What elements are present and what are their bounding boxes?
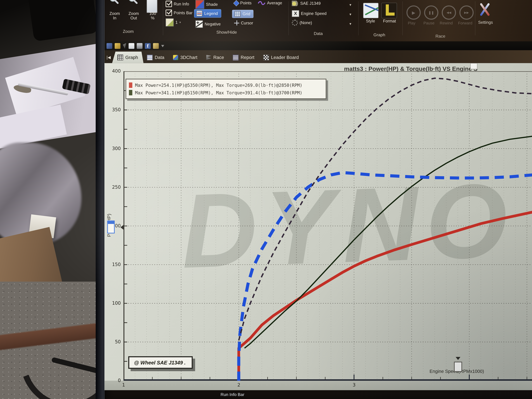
shade-label: Shade: [206, 2, 218, 7]
settings-button[interactable]: [478, 1, 491, 17]
pause-icon: ❚❚: [428, 11, 434, 14]
settings-label: Settings: [474, 20, 497, 25]
chevron-down-icon[interactable]: ▾: [349, 3, 351, 7]
style-button[interactable]: [363, 3, 379, 18]
run-info-checkbox[interactable]: Run Info: [166, 1, 189, 7]
legend-label: Legend: [204, 11, 218, 16]
legend-row-run1: Max Power=254.1(HP)@5350(RPM), Max Torqu…: [129, 81, 323, 89]
zoom-100-icon: [147, 0, 157, 13]
chart-icon[interactable]: [107, 43, 112, 49]
dyno-software-window: Zoom In Zoom Out 100 % Zoom Run Info Poi…: [105, 0, 532, 399]
tab-label: Graph: [125, 55, 138, 60]
format-icon: [382, 3, 397, 18]
tab-race[interactable]: Race: [201, 52, 229, 63]
shade-icon: [195, 0, 204, 9]
ribbon-separator: [475, 1, 475, 35]
new-document-icon[interactable]: [129, 43, 134, 49]
y-tick-label: 50: [105, 339, 121, 344]
play-label: Play: [408, 21, 416, 25]
forward-button[interactable]: ▶▶: [459, 5, 474, 20]
tab-data[interactable]: Data: [141, 52, 170, 63]
style-icon: [363, 3, 378, 18]
zoom-out-icon: [128, 0, 138, 5]
y-tick-label: 350: [105, 107, 121, 112]
negative-button[interactable]: Negative: [195, 20, 221, 28]
graph-tab-icon: [118, 55, 123, 60]
pause-label: Pause: [423, 21, 435, 25]
correction-dropdown[interactable]: SAE J1349: [292, 1, 321, 6]
play-icon: ▶: [412, 10, 415, 15]
facebook-icon[interactable]: f: [145, 43, 151, 49]
weather-correction-icon: [292, 1, 298, 6]
tab-label: Report: [241, 55, 254, 60]
ribbon-separator: [288, 1, 289, 35]
cursor-icon: [234, 20, 239, 25]
x-tick-label: 1: [122, 382, 125, 387]
undo-arrow-icon[interactable]: [123, 43, 126, 49]
chevron-down-icon: ▾: [179, 21, 181, 24]
print-icon[interactable]: [137, 43, 142, 49]
mouse-cursor-artifact: [470, 63, 477, 69]
average-button[interactable]: Average: [258, 1, 282, 5]
tab-3dchart[interactable]: 3DChart: [168, 52, 203, 63]
legend-icon: [196, 11, 202, 16]
x-channel-icon: X: [292, 10, 299, 17]
tab-scroll-left-icon[interactable]: |◀: [107, 55, 111, 60]
format-button[interactable]: [381, 3, 397, 18]
tab-graph[interactable]: Graph: [112, 52, 143, 63]
chevron-down-icon[interactable]: [161, 43, 164, 49]
run-number-spinner[interactable]: 1 ▾: [166, 18, 181, 26]
x-axis-scroll-handle[interactable]: [454, 362, 462, 372]
series-run2-power-hp: [245, 136, 532, 348]
points-bar-label: Points Bar: [174, 10, 192, 15]
run-select-icon: [166, 18, 174, 26]
cursor-button[interactable]: Cursor: [234, 20, 253, 25]
style-label: Style: [360, 19, 381, 23]
y-tick-label: 100: [105, 300, 121, 306]
correction-badge: @ Wheel SAE J1349 .: [128, 356, 193, 369]
secondary-channel-dropdown[interactable]: (None): [292, 20, 312, 26]
checkbox-checked-icon: [166, 1, 172, 7]
tab-leader-board[interactable]: Leader Board: [258, 52, 304, 63]
grid-label: Grid: [243, 12, 250, 16]
chevron-down-icon[interactable]: ▾: [349, 12, 351, 17]
rewind-button[interactable]: ◀◀: [442, 5, 456, 20]
chevron-down-icon[interactable]: ▾: [349, 22, 351, 26]
points-button[interactable]: Points: [234, 1, 252, 5]
points-bar-checkbox[interactable]: Points Bar: [166, 10, 192, 16]
forward-icon: ▶▶: [464, 11, 469, 14]
negative-label: Negative: [205, 22, 221, 26]
average-icon: [258, 1, 265, 5]
rewind-label: Rewind: [440, 21, 453, 25]
open-folder-icon[interactable]: [115, 43, 120, 49]
y-tick-label: 0: [105, 378, 121, 383]
play-button[interactable]: ▶: [406, 5, 421, 20]
race-group-label: Race: [427, 34, 454, 39]
tab-bar: |◀ Graph Data 3DChart Race Report: [105, 50, 532, 63]
average-label: Average: [267, 1, 282, 5]
data-tab-icon: [147, 55, 153, 60]
y-tick-label: 250: [105, 184, 121, 190]
shade-button[interactable]: Shade: [195, 0, 218, 9]
x-channel-value: Engine Speed: [301, 11, 327, 16]
run-info-bar[interactable]: Run Info Bar: [105, 390, 532, 399]
zoom-100-button[interactable]: 100 %: [143, 12, 162, 20]
zoom-out-button[interactable]: Zoom Out: [124, 12, 143, 20]
x-channel-dropdown[interactable]: X Engine Speed: [292, 10, 326, 17]
y-axis-scroll-handle[interactable]: [107, 221, 115, 233]
grid-toggle-button[interactable]: Grid: [232, 10, 253, 18]
folder-icon[interactable]: [153, 43, 159, 49]
ribbon-separator: [358, 1, 359, 35]
pause-button[interactable]: ❚❚: [424, 5, 438, 20]
legend-toggle-button[interactable]: Legend: [194, 9, 221, 18]
zoom-in-button[interactable]: Zoom In: [105, 12, 124, 20]
workbench-photo-left: [0, 0, 104, 399]
negative-icon: [195, 20, 203, 28]
correction-value: SAE J1349: [300, 1, 321, 6]
3dchart-tab-icon: [173, 55, 178, 60]
run2-legend-marker: [129, 90, 132, 95]
tab-report[interactable]: Report: [227, 52, 260, 63]
none-channel-icon: [292, 20, 298, 26]
photo-of-laptop-screen: Zoom In Zoom Out 100 % Zoom Run Info Poi…: [0, 0, 532, 399]
x-axis-handle-arrow-icon: [456, 357, 460, 362]
